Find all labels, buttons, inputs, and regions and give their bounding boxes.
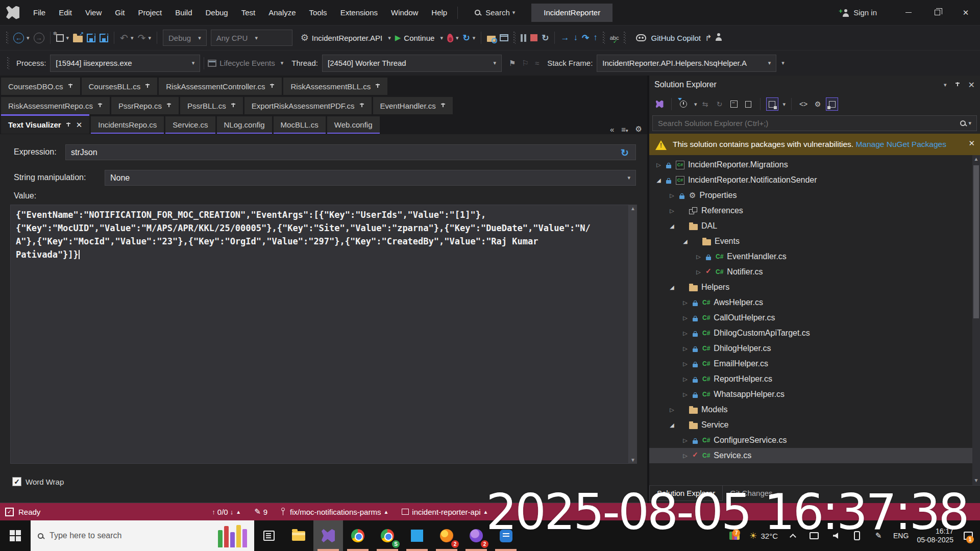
background-tasks-icon[interactable]: ✓: [5, 508, 14, 516]
github-copilot-button[interactable]: GitHub Copilot: [634, 29, 703, 47]
tray-app-button[interactable]: 7: [728, 528, 741, 543]
expander-icon[interactable]: [669, 208, 675, 214]
menu-item[interactable]: Extensions: [334, 0, 384, 25]
volume-button[interactable]: [829, 528, 842, 543]
scrollbar-thumb[interactable]: [973, 165, 979, 318]
tree-item[interactable]: EventHandler.cs: [649, 249, 980, 264]
pin-icon[interactable]: [955, 82, 960, 88]
document-tab[interactable]: ExportRiskAssessmentPDF.cs: [244, 97, 372, 114]
close-button[interactable]: ✕: [951, 0, 980, 25]
minimize-button[interactable]: [894, 0, 923, 25]
show-next-statement-button[interactable]: →: [558, 29, 571, 47]
tree-item[interactable]: ReportHelper.cs: [649, 371, 980, 387]
document-tab[interactable]: EventHandler.cs: [373, 97, 453, 114]
task-view-button[interactable]: [254, 520, 284, 551]
expander-icon[interactable]: [682, 376, 689, 383]
text-case-button[interactable]: abc: [608, 29, 621, 47]
break-all-button[interactable]: [519, 29, 528, 47]
switch-views-button[interactable]: [653, 97, 666, 111]
active-files-dropdown-icon[interactable]: ≡▾: [621, 125, 628, 134]
tree-item[interactable]: Service.cs: [649, 448, 980, 463]
step-over-button[interactable]: ↷: [580, 29, 591, 47]
expression-input[interactable]: [65, 144, 636, 160]
pin-icon[interactable]: [66, 122, 71, 128]
redo-button[interactable]: ↷▾: [136, 29, 153, 47]
chrome-taskbar-button[interactable]: [343, 520, 373, 551]
process-select[interactable]: [15944] iisexpress.exe▾: [50, 55, 200, 72]
pending-edits-counter[interactable]: ✎ 9: [254, 507, 267, 516]
tree-item[interactable]: WhatsappHelper.cs: [649, 387, 980, 402]
flag-marker-outline-icon[interactable]: ⚐: [522, 59, 528, 68]
git-sync-counter[interactable]: ↑ 0/0 ↓ ▲: [212, 508, 241, 516]
pin-icon[interactable]: [97, 103, 103, 109]
flag-marker-icon[interactable]: ⚑: [509, 59, 516, 68]
document-tab[interactable]: IncidentsRepo.cs: [91, 116, 164, 134]
phone-link-button[interactable]: [850, 528, 864, 543]
tree-item[interactable]: DhilogCustomApiTarget.cs: [649, 325, 980, 341]
tree-item[interactable]: ConfigureService.cs: [649, 433, 980, 448]
sync-namespaces-button[interactable]: ⇆: [699, 97, 712, 111]
value-text-area[interactable]: {"EventName":"NOTIFICATION_FOR_MOC_CREAT…: [10, 205, 629, 464]
toolbar-grip[interactable]: [603, 32, 605, 44]
maximize-button[interactable]: [923, 0, 951, 25]
pin-icon[interactable]: [166, 103, 172, 109]
solution-configuration-select[interactable]: Debug▾: [163, 30, 207, 46]
scroll-tabs-left-icon[interactable]: «: [610, 125, 614, 134]
clock[interactable]: 16:17 05-08-2025: [917, 527, 953, 544]
expander-icon[interactable]: [682, 391, 689, 398]
tree-item[interactable]: EmailHelper.cs: [649, 356, 980, 371]
close-icon[interactable]: ✕: [76, 120, 83, 130]
tree-item[interactable]: Helpers: [649, 280, 980, 295]
menu-item[interactable]: Test: [235, 0, 262, 25]
search-control[interactable]: Search ▾: [475, 8, 515, 17]
close-icon[interactable]: ✕: [968, 139, 975, 150]
restart-debugging-button[interactable]: ↻: [540, 29, 551, 47]
pen-settings-button[interactable]: ✎: [872, 528, 885, 543]
tool-window-tab[interactable]: Solution Explorer: [649, 486, 723, 501]
pin-icon[interactable]: [359, 103, 364, 109]
stop-debugging-button[interactable]: [528, 29, 540, 47]
violet-app-taskbar-button[interactable]: 2: [461, 520, 491, 551]
save-button[interactable]: [85, 29, 97, 47]
suppress-jit-icon[interactable]: ≈: [535, 59, 539, 67]
thread-select[interactable]: [24540] Worker Thread▾: [322, 55, 502, 72]
scroll-down-icon[interactable]: ▼: [629, 457, 637, 463]
document-tab[interactable]: Service.cs: [165, 116, 215, 134]
preview-selected-items-toggle[interactable]: [826, 97, 838, 111]
toolbar-grip[interactable]: [624, 32, 626, 44]
tree-scrollbar[interactable]: ▲ ▼: [972, 155, 980, 485]
file-explorer-button[interactable]: [284, 520, 313, 551]
new-item-button[interactable]: ▾: [54, 29, 71, 47]
tab-options-gear-icon[interactable]: ⚙: [635, 124, 642, 134]
start-button[interactable]: [0, 520, 31, 551]
expander-icon[interactable]: [695, 254, 702, 260]
tablet-mode-button[interactable]: [807, 528, 821, 543]
tree-item[interactable]: Service: [649, 417, 980, 433]
expander-icon[interactable]: [682, 330, 689, 337]
refresh-button[interactable]: ↻: [714, 97, 726, 111]
hot-reload-button[interactable]: ▾: [445, 29, 461, 47]
lifecycle-events-button[interactable]: Lifecycle Events ▾: [208, 59, 283, 67]
document-tab[interactable]: RiskAssessmentBLL.cs: [283, 78, 387, 95]
show-hidden-icons-button[interactable]: [786, 528, 799, 543]
tree-item[interactable]: Properties: [649, 188, 980, 203]
manage-nuget-link[interactable]: Manage NuGet Packages: [855, 140, 946, 148]
tree-item[interactable]: IncidentReporter.Migrations: [649, 157, 980, 172]
expander-icon[interactable]: [669, 223, 675, 230]
notification-center-button[interactable]: 1: [962, 528, 975, 543]
pin-icon[interactable]: [231, 103, 236, 109]
tree-item[interactable]: DhilogHelper.cs: [649, 341, 980, 356]
weather-button[interactable]: ☀ 32°C: [749, 531, 778, 541]
expander-icon[interactable]: [655, 177, 662, 184]
document-tab[interactable]: NLog.config: [217, 116, 272, 134]
continue-button[interactable]: ▶ Continue ▾: [393, 29, 445, 47]
tree-item[interactable]: Models: [649, 402, 980, 417]
view-code-button[interactable]: <>: [797, 97, 810, 111]
startup-project-select[interactable]: ⚙ IncidentReporter.API ▾: [299, 29, 393, 47]
visual-studio-taskbar-button[interactable]: [313, 520, 343, 551]
document-tab[interactable]: CoursesBLL.cs: [82, 78, 158, 95]
browser-link-button[interactable]: [498, 29, 510, 47]
collapse-all-button[interactable]: [728, 97, 740, 111]
undo-button[interactable]: ↶▾: [118, 29, 135, 47]
restart-application-button[interactable]: ↻▾: [460, 29, 477, 47]
